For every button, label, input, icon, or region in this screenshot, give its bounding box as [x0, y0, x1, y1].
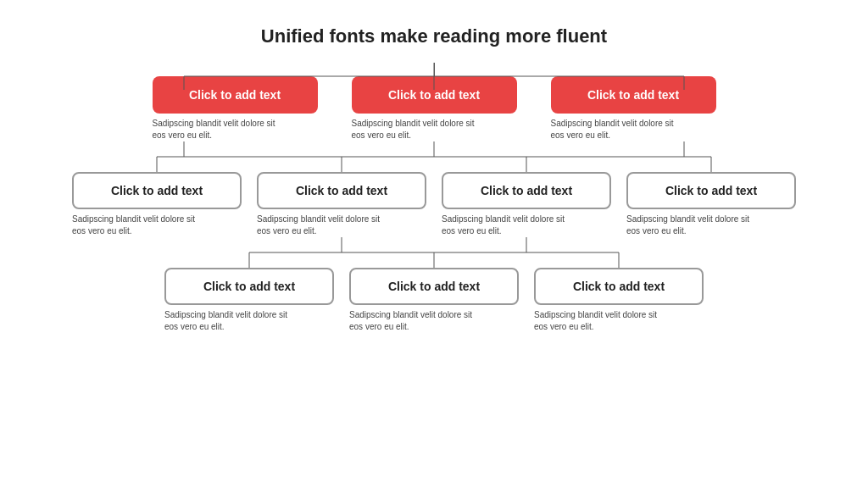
connector-l1-l2 [19, 141, 849, 172]
node-desc-l2-0: Sadipscing blandit velit dolore sit eos … [72, 214, 208, 237]
node-desc-l3-1: Sadipscing blandit velit dolore sit eos … [349, 309, 485, 333]
level1-row: Click to add text Sadipscing blandit vel… [19, 76, 849, 141]
node-desc-l3-0: Sadipscing blandit velit dolore sit eos … [164, 309, 300, 333]
node-l1-0: Click to add text Sadipscing blandit vel… [153, 76, 318, 141]
node-l3-2: Click to add text Sadipscing blandit vel… [534, 268, 704, 333]
node-box-l2-1[interactable]: Click to add text [257, 172, 426, 209]
node-desc-l2-1: Sadipscing blandit velit dolore sit eos … [257, 214, 392, 237]
node-box-l2-0[interactable]: Click to add text [72, 172, 242, 209]
node-desc-l2-2: Sadipscing blandit velit dolore sit eos … [442, 214, 577, 237]
node-l3-1: Click to add text Sadipscing blandit vel… [349, 268, 519, 333]
node-l2-0: Click to add text Sadipscing blandit vel… [72, 172, 242, 237]
node-desc-l1-2: Sadipscing blandit velit dolore sit eos … [551, 118, 687, 141]
connector-l2-l3 [19, 237, 849, 268]
level3-row: Click to add text Sadipscing blandit vel… [19, 268, 849, 333]
node-desc-l2-3: Sadipscing blandit velit dolore sit eos … [626, 214, 762, 237]
node-desc-l3-2: Sadipscing blandit velit dolore sit eos … [534, 309, 670, 333]
node-box-l2-3[interactable]: Click to add text [626, 172, 796, 209]
node-l1-1: Click to add text Sadipscing blandit vel… [352, 76, 517, 141]
node-box-l2-2[interactable]: Click to add text [442, 172, 611, 209]
node-box-l3-2[interactable]: Click to add text [534, 268, 704, 305]
node-box-l1-0[interactable]: Click to add text [153, 76, 318, 114]
node-desc-l1-1: Sadipscing blandit velit dolore sit eos … [352, 118, 487, 141]
level2-row: Click to add text Sadipscing blandit vel… [19, 172, 849, 237]
node-box-l3-0[interactable]: Click to add text [164, 268, 334, 305]
node-box-l3-1[interactable]: Click to add text [349, 268, 519, 305]
node-box-l1-2[interactable]: Click to add text [551, 76, 716, 114]
node-box-l1-1[interactable]: Click to add text [352, 76, 517, 114]
node-l2-3: Click to add text Sadipscing blandit vel… [626, 172, 796, 237]
node-l2-2: Click to add text Sadipscing blandit vel… [442, 172, 611, 237]
page-title: Unified fonts make reading more fluent [261, 25, 607, 47]
node-l3-0: Click to add text Sadipscing blandit vel… [164, 268, 334, 333]
node-l1-2: Click to add text Sadipscing blandit vel… [551, 76, 716, 141]
node-desc-l1-0: Sadipscing blandit velit dolore sit eos … [153, 118, 288, 141]
node-l2-1: Click to add text Sadipscing blandit vel… [257, 172, 426, 237]
